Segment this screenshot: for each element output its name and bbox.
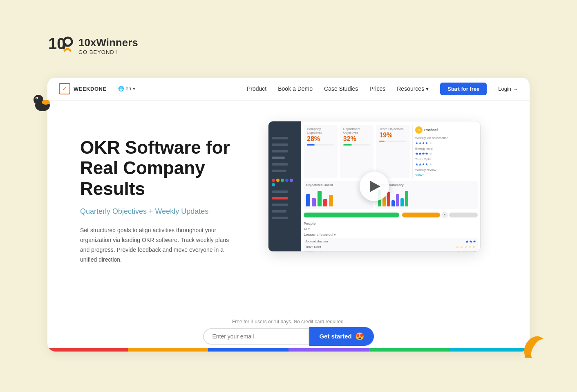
- login-button[interactable]: Login →: [498, 86, 518, 92]
- email-cta-row: Get started 😍: [47, 327, 530, 346]
- color-bar: [47, 348, 530, 352]
- weekdone-logo: ✓ WEEKDONE: [59, 83, 107, 94]
- email-input[interactable]: [212, 333, 300, 340]
- color-segment-red: [47, 348, 128, 352]
- nav-prices[interactable]: Prices: [369, 85, 385, 92]
- start-free-button[interactable]: Start for free: [440, 83, 487, 95]
- weekdone-label: WEEKDONE: [74, 86, 107, 92]
- nav-product[interactable]: Product: [247, 85, 266, 92]
- main-card: ✓ WEEKDONE 🌐 en ▾ Product Book a Demo Ca…: [47, 78, 530, 352]
- chevron-down-icon: ▾: [133, 86, 135, 92]
- hero-title: OKR Software for Real Company Results: [80, 137, 252, 199]
- emoji-icon: 😍: [355, 332, 364, 341]
- svg-point-4: [36, 97, 38, 99]
- nav-resources[interactable]: Resources ▾: [397, 85, 429, 92]
- play-button[interactable]: [360, 172, 389, 201]
- hero-section: OKR Software for Real Company Results Qu…: [47, 101, 530, 319]
- email-input-wrapper: [203, 328, 309, 345]
- language-selector[interactable]: 🌐 en ▾: [115, 84, 139, 93]
- get-started-button[interactable]: Get started 😍: [309, 327, 373, 346]
- brand-text: 10xWinners GO BEYOND !: [78, 36, 138, 55]
- color-segment-yellow: [128, 348, 208, 352]
- weekdone-check-icon: ✓: [59, 83, 70, 94]
- deco-banana-icon: [517, 331, 550, 364]
- chevron-down-icon: ▾: [426, 85, 429, 92]
- nav-book-demo[interactable]: Book a Demo: [278, 85, 313, 92]
- dashboard-image: Company Objectives 28% Department Object…: [268, 121, 481, 252]
- nav-case-studies[interactable]: Case Studies: [324, 85, 358, 92]
- free-trial-tagline: Free for 3 users or 14 days. No credit c…: [47, 319, 530, 327]
- branding-section: 10 10xWinners GO BEYOND !: [47, 33, 138, 59]
- dashboard-preview: Company Objectives 28% Department Object…: [268, 121, 505, 252]
- color-segment-blue: [208, 348, 288, 352]
- play-icon: [370, 181, 380, 192]
- get-started-label: Get started: [319, 333, 351, 340]
- globe-icon: 🌐: [118, 86, 124, 92]
- color-segment-green: [369, 348, 450, 352]
- dash-sidebar: [268, 121, 301, 251]
- lang-label: en: [126, 86, 131, 92]
- svg-text:10: 10: [48, 35, 65, 52]
- arrow-right-icon: →: [513, 86, 518, 92]
- navbar: ✓ WEEKDONE 🌐 en ▾ Product Book a Demo Ca…: [47, 78, 530, 101]
- company-logo: 10: [47, 33, 74, 59]
- nav-links: Product Book a Demo Case Studies Prices …: [247, 83, 518, 95]
- hero-description: Set structured goals to align activities…: [80, 226, 235, 264]
- svg-point-1: [34, 95, 43, 105]
- deco-bird-icon: [30, 90, 55, 114]
- hero-text: OKR Software for Real Company Results Qu…: [80, 121, 252, 265]
- svg-point-2: [42, 100, 50, 105]
- color-segment-purple: [288, 348, 369, 352]
- brand-tagline: GO BEYOND !: [78, 49, 138, 55]
- brand-name: 10xWinners: [78, 36, 138, 49]
- outer-container: 10 10xWinners GO BEYOND ! ✓ WEEKDONE 🌐 e…: [23, 16, 554, 376]
- hero-subtitle: Quarterly Objectives + Weekly Updates: [80, 207, 252, 216]
- bottom-cta-section: Free for 3 users or 14 days. No credit c…: [47, 319, 530, 352]
